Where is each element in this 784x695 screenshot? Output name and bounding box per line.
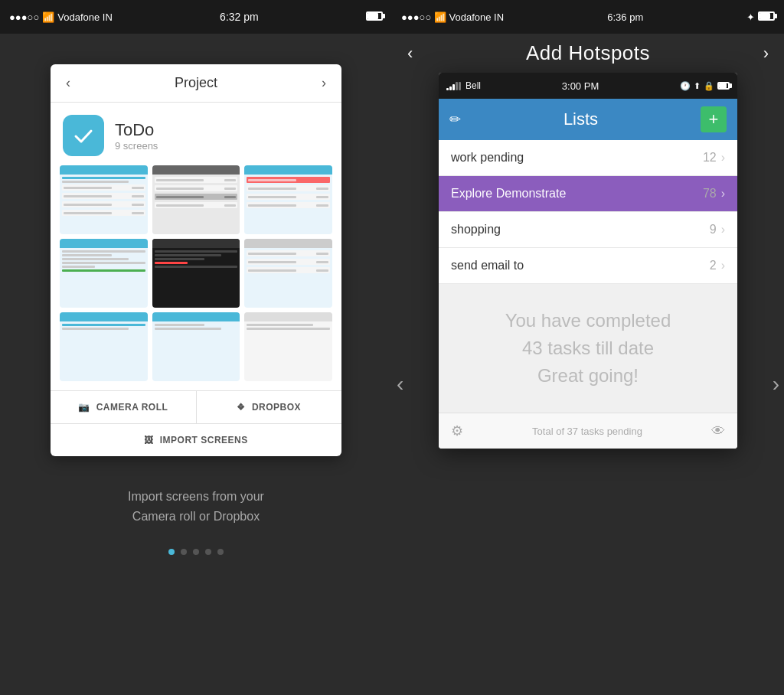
project-back-button[interactable]: ‹ [66,75,70,91]
phone-status-icons: 🕐 ⬆ 🔒 [680,81,730,91]
carrier-right: ●●●○○ 📶 Vodafone IN [401,11,504,23]
dot-3[interactable] [193,549,199,555]
phone-battery [717,82,730,90]
dot-2[interactable] [181,549,187,555]
left-panel: ●●●○○ 📶 Vodafone IN 6:32 pm ‹ Project › [0,0,392,695]
dropbox-icon: ❖ [237,402,246,413]
todo-app-icon [63,115,104,156]
phone-carrier: Bell [466,80,481,91]
battery-area-right: ✦ [746,11,775,23]
list-item-label-0: work pending [451,151,524,165]
signal-bar-2 [449,86,452,90]
signal-bars [446,81,461,90]
add-icon: + [709,109,719,129]
list-item-label-1: Explore Demonstrate [451,187,566,201]
dot-4[interactable] [205,549,211,555]
screen-thumb-1[interactable] [60,165,148,234]
list-item-count-2: 9 [710,223,717,237]
caption-text: Import screens from yourCamera roll or D… [128,487,264,526]
list-item-chevron-1: › [721,187,725,201]
time-right: 6:36 pm [607,11,643,23]
phone-frame-area: ‹ Bell 3:00 PM 🕐 ⬆ [392,73,784,695]
phone-screen: Bell 3:00 PM 🕐 ⬆ 🔒 ✏ Lists + [439,73,737,449]
phone-location-icon: ⬆ [694,81,701,91]
list-item-3[interactable]: send email to 2 › [439,248,737,284]
import-screens-label: IMPORT SCREENS [160,435,248,445]
camera-roll-button[interactable]: 📷 CAMERA ROLL [51,391,197,423]
list-item-2[interactable]: shopping 9 › [439,212,737,248]
hotspot-back-button[interactable]: ‹ [407,44,413,64]
completed-text: You have completed43 tasks till dateGrea… [454,307,722,390]
todo-app-name: ToDo [115,120,158,140]
screen-grid [51,165,341,390]
phone-signal: Bell [446,80,481,91]
screen-thumb-7[interactable] [60,312,148,381]
project-nav: ‹ Project › [51,64,341,103]
phone-status-bar: Bell 3:00 PM 🕐 ⬆ 🔒 [439,73,737,99]
pagination-dots [168,549,224,555]
import-screens-button[interactable]: 🖼 IMPORT SCREENS [51,423,341,456]
carousel-left-button[interactable]: ‹ [397,372,403,396]
signal-bar-1 [446,88,449,90]
wifi-right: 📶 [434,11,446,23]
list-item-right-1: 78 › [703,187,725,201]
completed-area: You have completed43 tasks till dateGrea… [439,284,737,413]
todo-app-info: ToDo 9 screens [115,120,158,152]
carrier-name-right: Vodafone IN [449,11,505,23]
list-item-chevron-0: › [721,151,725,165]
screen-thumb-3[interactable] [244,165,332,234]
signal-bar-5 [459,82,461,90]
bluetooth-right: ✦ [746,11,755,23]
screen-thumb-2[interactable] [152,165,240,234]
list-item-right-2: 9 › [710,223,725,237]
list-item-count-0: 12 [703,151,717,165]
list-item-count-1: 78 [703,187,717,201]
edit-icon[interactable]: ✏ [449,111,461,128]
dot-5[interactable] [217,549,224,555]
dropbox-button[interactable]: ❖ DROPBOX [197,391,342,423]
list-item-chevron-2: › [721,223,725,237]
screen-thumb-6[interactable] [244,239,332,308]
list-item-label-2: shopping [451,223,501,237]
eye-icon[interactable]: 👁 [711,423,725,439]
hotspot-forward-button[interactable]: › [763,44,769,64]
time-left: 6:32 pm [220,11,259,23]
carousel-right-button[interactable]: › [773,372,779,396]
battery-left [366,11,383,23]
status-bar-left: ●●●○○ 📶 Vodafone IN 6:32 pm [0,0,392,34]
list-item-count-3: 2 [710,259,717,272]
add-list-button[interactable]: + [701,106,727,132]
import-options: 📷 CAMERA ROLL ❖ DROPBOX [51,390,341,423]
project-info: ToDo 9 screens [51,103,341,165]
screen-thumb-4[interactable] [60,239,148,308]
gear-icon[interactable]: ⚙ [451,423,463,439]
camera-roll-label: CAMERA ROLL [96,402,168,413]
left-panel-content: ‹ Project › ToDo 9 screens [0,34,392,695]
image-icon: 🖼 [144,435,154,445]
battery-right [758,11,775,23]
signal-bar-3 [452,84,455,90]
dot-1[interactable] [168,549,175,555]
list-item-chevron-3: › [721,259,725,272]
signal-dots-right: ●●●○○ [401,11,431,23]
app-header: ✏ Lists + [439,99,737,140]
project-card: ‹ Project › ToDo 9 screens [51,64,341,456]
project-title: Project [175,75,217,91]
phone-time: 3:00 PM [562,80,599,92]
screen-thumb-9[interactable] [244,312,332,381]
list-item-1[interactable]: Explore Demonstrate 78 › [439,176,737,212]
camera-icon: 📷 [78,402,90,413]
project-forward-button[interactable]: › [322,75,326,91]
phone-clock-icon: 🕐 [680,81,691,91]
footer-text: Total of 37 tasks pending [532,426,642,437]
app-header-title: Lists [461,109,701,129]
list-item-right-0: 12 › [703,151,725,165]
signal-dots-left: ●●●○○ [9,11,39,23]
list-item-0[interactable]: work pending 12 › [439,140,737,176]
wifi-left: 📶 [42,11,54,23]
screen-thumb-5[interactable] [152,239,240,308]
hotspot-nav: ‹ Add Hotspots › [392,34,784,73]
carrier-name-left: Vodafone IN [57,11,113,23]
screen-thumb-8[interactable] [152,312,240,381]
todo-screen-count: 9 screens [115,140,158,152]
